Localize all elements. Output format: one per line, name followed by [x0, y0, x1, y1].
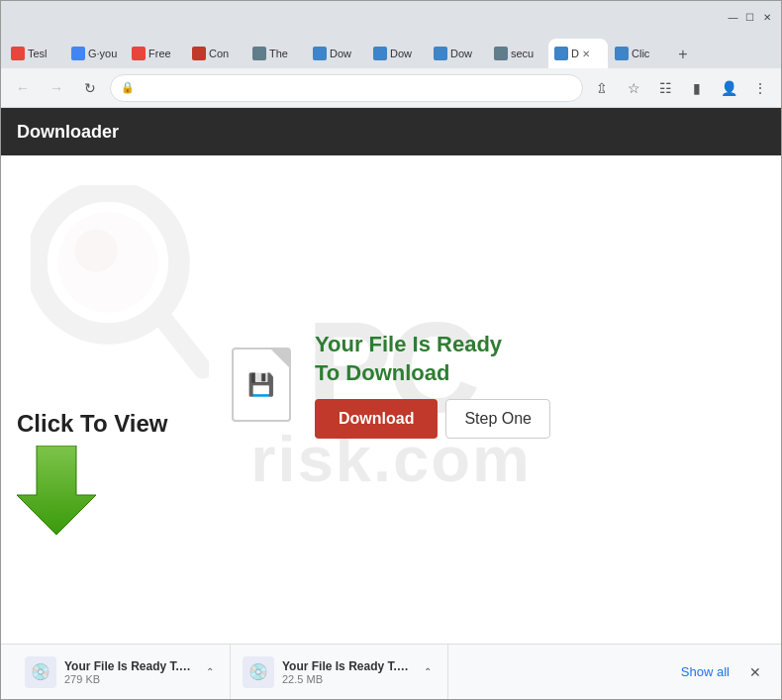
- tab-label: Dow: [330, 48, 351, 59]
- download-button[interactable]: Download: [315, 399, 438, 439]
- content-card: 💾 Your File Is Ready To Download Downloa…: [232, 331, 550, 439]
- click-to-view-label: Click To View: [17, 410, 168, 438]
- tab-favicon: [615, 47, 629, 60]
- tab-label: Tesl: [28, 48, 48, 59]
- download-chevron-2[interactable]: ⌃: [420, 662, 436, 681]
- forward-button[interactable]: →: [43, 74, 70, 102]
- tab-organizer-icon[interactable]: ☷: [652, 75, 678, 101]
- address-bar[interactable]: 🔒: [110, 74, 583, 102]
- browser-tab[interactable]: Tesl: [5, 39, 64, 68]
- tab-favicon: [373, 47, 387, 60]
- tab-favicon: [71, 47, 85, 60]
- bookmark-icon[interactable]: ☆: [621, 75, 646, 101]
- download-chevron-1[interactable]: ⌃: [202, 662, 218, 681]
- browser-tab[interactable]: The: [246, 39, 306, 68]
- share-icon[interactable]: ⇫: [589, 75, 615, 101]
- browser-tab[interactable]: Dow: [367, 39, 427, 68]
- browser-tab[interactable]: G·you: [65, 39, 125, 68]
- tab-label: secu: [511, 48, 534, 59]
- menu-icon[interactable]: ⋮: [747, 75, 773, 101]
- download-size-2: 22.5 MB: [282, 673, 412, 685]
- action-buttons: Download Step One: [315, 399, 550, 439]
- reload-button[interactable]: ↻: [76, 74, 104, 102]
- profile-icon[interactable]: 👤: [716, 75, 741, 101]
- title-bar: — ☐ ✕: [1, 1, 781, 33]
- window-controls: — ☐ ✕: [727, 11, 773, 24]
- address-actions: ⇫ ☆ ☷ ▮ 👤 ⋮: [589, 75, 773, 101]
- tab-favicon: [494, 47, 508, 60]
- download-info-1: Your File Is Ready T....iso 279 KB: [64, 659, 194, 685]
- address-bar-row: ← → ↻ 🔒 ⇫ ☆ ☷ ▮ 👤 ⋮: [1, 68, 781, 108]
- tab-label: Dow: [450, 48, 472, 59]
- svg-point-1: [58, 213, 158, 313]
- browser-extension-icon[interactable]: ▮: [684, 75, 710, 101]
- browser-tab[interactable]: Dow: [307, 39, 366, 68]
- tabs-row: Tesl G·you Free Con The Dow Dow Dow: [1, 33, 781, 68]
- show-all-button[interactable]: Show all: [669, 664, 741, 679]
- arrow-down-icon: [17, 446, 96, 535]
- download-item-2: 💿 Your File Is Ready T....iso 22.5 MB ⌃: [231, 645, 448, 699]
- tab-label: G·you: [88, 48, 117, 59]
- tab-favicon: [132, 47, 146, 60]
- download-file-icon-2: 💿: [243, 656, 274, 688]
- minimize-button[interactable]: —: [727, 11, 739, 24]
- click-to-view-section: Click To View: [17, 410, 168, 535]
- browser-tab[interactable]: Dow: [428, 39, 487, 68]
- tab-label: Con: [209, 48, 229, 59]
- tab-favicon: [192, 47, 206, 60]
- browser-tab[interactable]: Free: [126, 39, 185, 68]
- download-bar-close-icon[interactable]: ✕: [741, 664, 769, 680]
- file-icon: 💾: [232, 348, 291, 422]
- download-size-1: 279 KB: [64, 673, 194, 685]
- browser-tab-active[interactable]: D ✕: [548, 39, 608, 68]
- lock-icon: 🔒: [121, 81, 135, 94]
- app-title: Downloader: [17, 122, 119, 143]
- tab-label: Dow: [390, 48, 412, 59]
- back-button[interactable]: ←: [9, 74, 37, 102]
- browser-tab[interactable]: secu: [488, 39, 547, 68]
- tab-favicon: [252, 47, 266, 60]
- download-bar: 💿 Your File Is Ready T....iso 279 KB ⌃ 💿…: [1, 644, 781, 699]
- main-content: PC risk.com 💾 Your File Is Ready To Down…: [1, 155, 781, 644]
- tab-favicon: [313, 47, 327, 60]
- svg-point-3: [74, 229, 117, 271]
- download-info-2: Your File Is Ready T....iso 22.5 MB: [282, 659, 412, 685]
- download-file-icon-1: 💿: [25, 656, 56, 688]
- tab-label: Free: [148, 48, 171, 59]
- ready-text: Your File Is Ready To Download: [315, 331, 533, 387]
- step-one-button[interactable]: Step One: [445, 399, 550, 439]
- svg-point-0: [37, 191, 179, 334]
- tab-label: Clic: [632, 48, 649, 59]
- tab-favicon: [554, 47, 568, 60]
- browser-tab[interactable]: Con: [186, 39, 245, 68]
- download-filename-2: Your File Is Ready T....iso: [282, 659, 412, 673]
- tab-favicon: [434, 47, 447, 60]
- browser-tab[interactable]: Clic: [609, 39, 668, 68]
- restore-button[interactable]: ☐: [743, 11, 756, 24]
- svg-line-2: [159, 314, 203, 369]
- tab-close-icon[interactable]: ✕: [582, 49, 590, 59]
- magnifier-watermark: [31, 185, 209, 383]
- tab-favicon: [11, 47, 25, 60]
- download-item-1: 💿 Your File Is Ready T....iso 279 KB ⌃: [13, 645, 231, 699]
- file-type-icon: 💾: [247, 372, 274, 398]
- download-filename-1: Your File Is Ready T....iso: [64, 659, 194, 673]
- new-tab-button[interactable]: +: [669, 41, 697, 68]
- browser-frame: — ☐ ✕ Tesl G·you Free Con The Dow: [0, 0, 782, 700]
- close-button[interactable]: ✕: [760, 11, 773, 24]
- tab-label: D: [571, 48, 579, 59]
- tab-label: The: [269, 48, 288, 59]
- file-info: Your File Is Ready To Download Download …: [315, 331, 550, 439]
- app-navbar: Downloader: [1, 108, 781, 155]
- svg-marker-4: [17, 446, 96, 535]
